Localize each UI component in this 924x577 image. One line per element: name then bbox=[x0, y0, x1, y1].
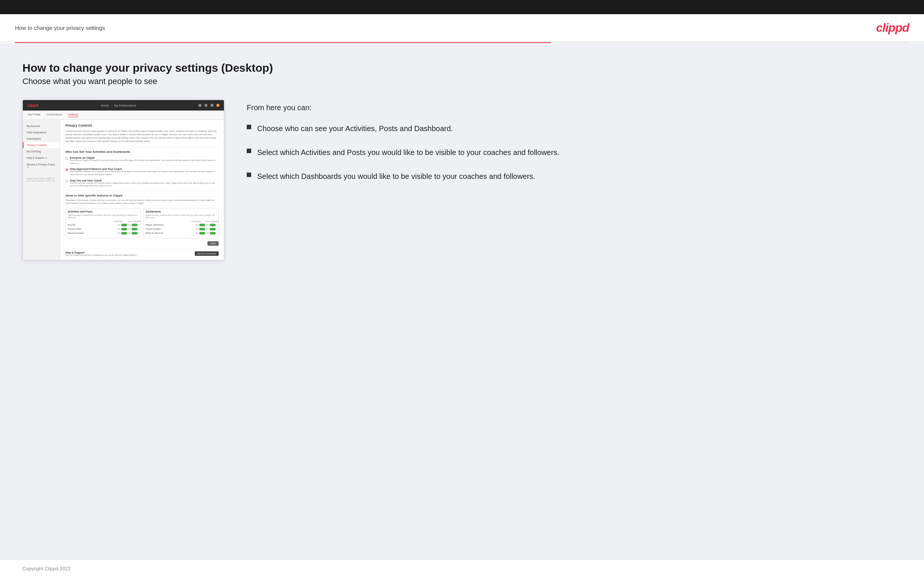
mockup-sidebar-golf-bag-label: My Golf Bag bbox=[27, 150, 41, 153]
mockup-activities-rounds: Rounds ON ON bbox=[68, 224, 138, 226]
bullet-square-1 bbox=[247, 125, 251, 129]
mockup-privacy-controls-desc: Control how you and your data appears to… bbox=[65, 130, 219, 143]
mockup-practice-coaches-switch bbox=[121, 228, 127, 230]
mockup-player-coaches-toggle: ON bbox=[195, 224, 206, 226]
mockup-dashboards-title: Dashboards bbox=[146, 210, 216, 213]
bullet-text-3: Select which Dashboards you would like t… bbox=[257, 171, 535, 182]
mockup-radio-everyone-label: Everyone on Clippd bbox=[70, 156, 219, 159]
mockup-subnav-connections: Connections bbox=[46, 113, 62, 117]
mockup-radio-everyone-input bbox=[65, 157, 68, 160]
mockup-rounds-followers-toggle: ON bbox=[128, 224, 138, 226]
mockup-radio-only-you-desc: Only you and the coaches you connect wit… bbox=[70, 182, 219, 187]
content-row: clippd Home My Performance My Profile Co… bbox=[23, 100, 901, 260]
mockup-practice-followers-toggle: ON bbox=[128, 228, 138, 230]
mockup-save-button[interactable]: Save bbox=[207, 241, 219, 246]
footer-copyright: Copyright Clippd 2022 bbox=[23, 566, 71, 571]
mockup-dashboards-insights: Round Insights ON ON bbox=[146, 228, 216, 230]
mockup-dashboards-player: Player Dashboard ON ON bbox=[146, 224, 216, 226]
mockup-sidebar-subscription: Subscription › bbox=[23, 135, 60, 142]
page-subheading: Choose what you want people to see bbox=[23, 77, 901, 86]
mockup-radio-followers-desc: Only approved followers and coaches you … bbox=[70, 170, 219, 176]
bullet-square-2 bbox=[247, 148, 251, 153]
mockup-insights-coaches-switch bbox=[199, 228, 205, 230]
mockup-insights-followers-switch bbox=[210, 228, 216, 230]
mockup-sidebar-version: Clippd Client Version: 2022.8.2 SQL Serv… bbox=[23, 174, 60, 185]
mockup-activities-header: COACHES FOLLOWERS bbox=[68, 220, 138, 222]
right-panel: From here you can: Choose who can see yo… bbox=[247, 100, 901, 182]
mockup-nav-performance: My Performance bbox=[114, 104, 136, 107]
mockup-sidebar-data-integrations: Data Integrations › bbox=[23, 129, 60, 135]
mockup-help-desc: Visit our Clippd community to troublesho… bbox=[65, 254, 137, 256]
mockup-activities-table: Activities and Posts Select the types of… bbox=[65, 208, 141, 238]
mockup-activities-manual: Manual Activities ON ON bbox=[68, 232, 138, 235]
mockup-body: My Account › Data Integrations › Subscri… bbox=[23, 120, 224, 260]
mockup-sidebar-service-privacy: Service & Privacy Policy ↗ bbox=[23, 161, 60, 171]
mockup-manual-followers-switch bbox=[132, 232, 137, 235]
mockup-radio-everyone: Everyone on Clippd Everyone on Clippd ca… bbox=[65, 156, 219, 165]
mockup-player-followers-toggle: ON bbox=[206, 224, 216, 226]
top-bar bbox=[0, 0, 924, 14]
mockup-sidebar-privacy-controls: Privacy Controls › bbox=[23, 142, 60, 148]
mockup-radio-only-you-text: Only You and Your Coach Only you and the… bbox=[70, 179, 219, 187]
mockup-activities-practice-label: Practice Drills bbox=[68, 228, 117, 230]
mockup-radio-followers-input bbox=[65, 168, 68, 171]
mockup-main-content: Privacy Controls Control how you and you… bbox=[60, 120, 224, 260]
mockup-sidebar-chevron-privacy: › bbox=[55, 144, 56, 147]
mockup-activities-manual-label: Manual Activities bbox=[68, 232, 117, 234]
mockup-activities-subtitle: Select the types of activity that you'd … bbox=[68, 214, 138, 219]
mockup-player-followers-switch bbox=[210, 224, 216, 226]
mockup-dashboards-header: COACHES FOLLOWERS bbox=[146, 220, 216, 222]
mockup-sidebar-help-label: Help & Support ↗ bbox=[27, 156, 47, 160]
mockup-sidebar-my-account: My Account › bbox=[23, 123, 60, 129]
mockup-tables-row: Activities and Posts Select the types of… bbox=[65, 208, 219, 238]
footer: Copyright Clippd 2022 bbox=[0, 559, 924, 577]
mockup-radio-followers: Only Approved Followers and Your Coach O… bbox=[65, 168, 219, 176]
main-content: How to change your privacy settings (Des… bbox=[0, 43, 924, 559]
mockup-subnav-settings: Settings bbox=[68, 113, 78, 117]
mockup-dashboards-what-to-work: What To Work On ON ON bbox=[146, 232, 216, 235]
mockup-radio-only-you-input bbox=[65, 180, 68, 183]
mockup-dashboards-insights-label: Round Insights bbox=[146, 228, 195, 230]
mockup-save-row: Save bbox=[65, 241, 219, 246]
mockup-show-hide-title: Show or hide specific features in Clippd bbox=[65, 190, 219, 197]
mockup-search-icon bbox=[199, 104, 202, 107]
mockup-activities-coaches-header: COACHES bbox=[113, 220, 123, 222]
mockup-who-title: Who Can See Your Activities and Dashboar… bbox=[65, 147, 219, 153]
mockup-dashboards-table: Dashboards Select the types of activity … bbox=[144, 208, 219, 238]
mockup-sidebar-data-integrations-label: Data Integrations bbox=[27, 131, 46, 134]
mockup-sidebar-chevron-data: › bbox=[55, 131, 56, 134]
mockup-dashboards-coaches-header: COACHES bbox=[191, 220, 202, 222]
mockup-dashboards-followers-header: FOLLOWERS bbox=[206, 220, 216, 222]
mockup-sidebar-chevron-account: › bbox=[55, 125, 56, 127]
mockup-show-hide-desc: Regardless of the privacy controls that … bbox=[65, 199, 219, 205]
header: How to change your privacy settings clip… bbox=[0, 14, 924, 42]
mockup-manual-followers-toggle: ON bbox=[128, 232, 138, 235]
mockup-dashboards-what-label: What To Work On bbox=[146, 232, 195, 234]
mockup-nav-links: Home My Performance bbox=[101, 104, 136, 107]
mockup-practice-coaches-toggle: ON bbox=[117, 228, 128, 230]
mockup-privacy-controls-title: Privacy Controls bbox=[65, 124, 219, 127]
mockup-radio-everyone-text: Everyone on Clippd Everyone on Clippd ca… bbox=[70, 156, 219, 165]
bullet-item-3: Select which Dashboards you would like t… bbox=[247, 171, 901, 182]
mockup-activities-practice: Practice Drills ON ON bbox=[68, 228, 138, 230]
mockup-radio-followers-text: Only Approved Followers and Your Coach O… bbox=[70, 168, 219, 176]
mockup-what-followers-switch bbox=[210, 232, 216, 235]
mockup-radio-only-you: Only You and Your Coach Only you and the… bbox=[65, 179, 219, 187]
mockup-what-coaches-toggle: ON bbox=[195, 232, 206, 235]
mockup-sidebar-chevron-subscription: › bbox=[55, 138, 56, 140]
mockup-what-coaches-switch bbox=[199, 232, 205, 235]
mockup-nav: clippd Home My Performance bbox=[23, 100, 224, 111]
mockup-sidebar-privacy-label: Privacy Controls bbox=[27, 144, 46, 147]
mockup-grid-icon bbox=[204, 104, 207, 107]
bullet-square-3 bbox=[247, 172, 251, 177]
mockup-sidebar-chevron-golf: › bbox=[55, 150, 56, 153]
mockup-subnav: My Profile Connections Settings bbox=[23, 111, 224, 120]
mockup-sidebar: My Account › Data Integrations › Subscri… bbox=[23, 120, 60, 260]
mockup-help-title: Help & Support bbox=[65, 251, 137, 254]
mockup-visit-button[interactable]: Visit Our Community bbox=[195, 251, 219, 256]
mockup-profile-icon bbox=[216, 104, 220, 107]
screenshot-mockup: clippd Home My Performance My Profile Co… bbox=[23, 100, 224, 260]
mockup-nav-home: Home bbox=[101, 104, 109, 107]
mockup-insights-coaches-toggle: ON bbox=[195, 228, 206, 230]
mockup-sidebar-my-account-label: My Account bbox=[27, 125, 40, 127]
